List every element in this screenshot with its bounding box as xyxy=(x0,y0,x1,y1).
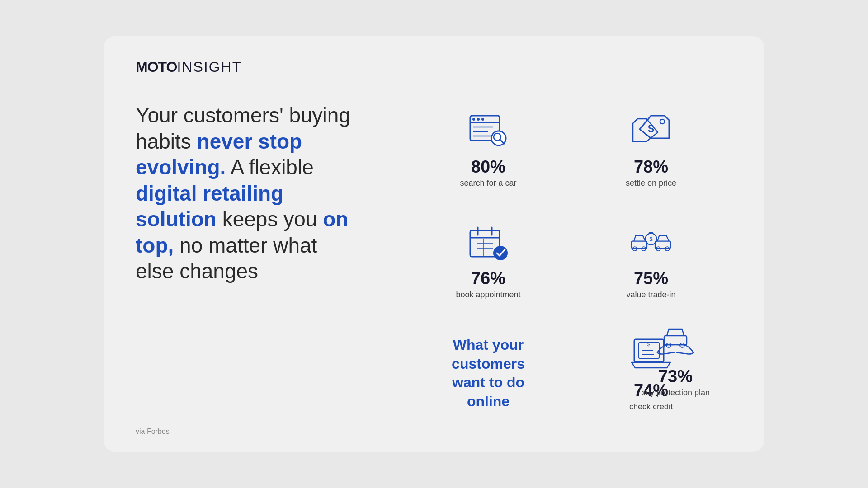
stat-78-label: settle on price xyxy=(626,178,676,188)
logo-insight: INSIGHT xyxy=(177,59,242,75)
stat-trade-in: $ 75% value trade-in xyxy=(570,214,732,309)
stat-76-percent: 76% xyxy=(471,269,505,288)
highlight-never-stop: never stop evolving. xyxy=(136,130,302,179)
stat-78-percent: 78% xyxy=(634,157,668,177)
price-tag-icon: $ xyxy=(628,111,674,152)
callout-box: What your customers want to do online xyxy=(407,327,570,420)
highlight-digital: digital retailing solution xyxy=(136,182,283,231)
stat-settle-price: $ 78% settle on price xyxy=(570,102,732,197)
svg-text:$: $ xyxy=(649,236,652,243)
logo: MOTO INSIGHT xyxy=(136,59,732,75)
main-card: MOTO INSIGHT Your customers' buying habi… xyxy=(104,36,764,452)
stat-73-percent: 73% xyxy=(658,367,693,386)
svg-point-2 xyxy=(472,118,475,121)
trade-in-icon: $ xyxy=(628,223,674,263)
footer-text: via Forbes xyxy=(136,427,170,436)
logo-moto: MOTO xyxy=(136,59,177,75)
headline: Your customers' buying habits never stop… xyxy=(136,103,353,285)
callout-text: What your customers want to do online xyxy=(452,336,525,411)
stat-76-label: book appointment xyxy=(456,290,520,300)
stat-73-label: buy protection plan xyxy=(641,388,710,398)
stat-80-percent: 80% xyxy=(471,157,505,177)
svg-point-3 xyxy=(477,118,480,121)
stat-75-percent: 75% xyxy=(634,269,668,288)
calendar-icon xyxy=(466,223,511,263)
stat-80-label: search for a car xyxy=(460,178,516,188)
left-panel: Your customers' buying habits never stop… xyxy=(136,94,371,429)
stat-book-appointment: 76% book appointment xyxy=(407,214,570,309)
stat-protection: 73% buy protection plan xyxy=(641,321,710,398)
svg-point-4 xyxy=(481,118,484,121)
svg-point-11 xyxy=(660,119,665,124)
stat-75-label: value trade-in xyxy=(626,290,675,300)
svg-point-20 xyxy=(493,246,508,260)
protection-icon xyxy=(653,321,698,361)
stat-74-label: check credit xyxy=(629,402,673,412)
stat-search-car: 80% search for a car xyxy=(407,102,570,197)
content-area: Your customers' buying habits never stop… xyxy=(136,94,732,429)
search-car-icon xyxy=(466,111,511,152)
